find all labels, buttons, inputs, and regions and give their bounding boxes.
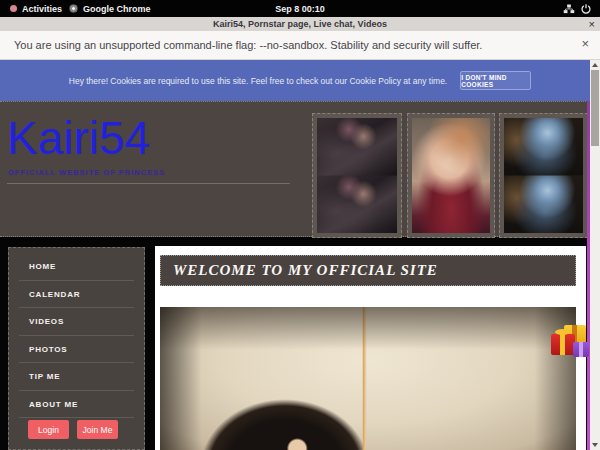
sidebar-item-label: ABOUT ME [29, 400, 78, 409]
sidebar-item-photos[interactable]: PHOTOS [19, 336, 134, 364]
gift-ribbon [579, 342, 583, 357]
sidebar-item-tip-me[interactable]: TIP ME [19, 363, 134, 391]
header-thumbnail-selfie[interactable] [407, 113, 495, 238]
cookie-banner: Hey there! Cookies are required to use t… [0, 60, 600, 101]
header-thumbnail-blue[interactable] [499, 113, 588, 238]
login-button[interactable]: Login [28, 420, 69, 439]
page-body: Kairi54 OFFICIALL WEBSITE OF PRINCESS HO… [0, 101, 590, 450]
sandbox-warning-bar: You are using an unsupported command-lin… [0, 31, 600, 60]
triangle-up [592, 63, 598, 67]
sandbox-warning-text: You are using an unsupported command-lin… [14, 39, 482, 51]
window-title: Kairi54, Pornstar page, Live chat, Video… [213, 19, 387, 29]
network-icon [563, 3, 575, 15]
warning-close-icon[interactable]: × [581, 36, 589, 51]
sidebar-item-label: CALENDAR [29, 290, 80, 299]
site-logo[interactable]: Kairi54 [7, 115, 150, 161]
system-tray[interactable] [563, 0, 592, 17]
clock-label: Sep 8 00:10 [275, 4, 325, 14]
clock[interactable]: Sep 8 00:10 [0, 0, 600, 17]
sidebar-item-label: PHOTOS [29, 345, 67, 354]
window-title-bar[interactable]: Kairi54, Pornstar page, Live chat, Video… [0, 17, 600, 31]
sidebar-item-label: HOME [29, 262, 56, 271]
cookie-accept-button[interactable]: I DON'T MIND COOKIES [460, 71, 531, 90]
header-thumbnail-bedroom[interactable] [312, 113, 402, 238]
main-content: WELCOME TO MY OFFICIAL SITE [155, 246, 586, 450]
triangle-down [592, 443, 598, 447]
gift-ribbon [560, 334, 565, 355]
desktop-top-bar: Activities Google Chrome Sep 8 00:10 [0, 0, 600, 17]
site-header: Kairi54 OFFICIALL WEBSITE OF PRINCESS [0, 101, 590, 237]
welcome-heading: WELCOME TO MY OFFICIAL SITE [160, 255, 576, 286]
bedroom-photo [317, 118, 397, 233]
power-icon [580, 3, 592, 15]
sidebar-item-home[interactable]: HOME [19, 253, 134, 281]
red-lingerie-selfie-photo [412, 118, 490, 233]
sidebar-auth-buttons: Login Join Me [28, 420, 118, 439]
sidebar-nav: HOME CALENDAR VIDEOS PHOTOS TIP ME ABOUT… [8, 247, 145, 450]
hero-photo[interactable] [160, 307, 576, 450]
scrollbar-thumb[interactable] [591, 70, 599, 146]
browser-scrollbar[interactable] [590, 60, 600, 450]
gift-icon-purple[interactable] [573, 342, 589, 357]
blue-tinted-photo [504, 118, 583, 233]
sidebar-item-label: VIDEOS [29, 317, 64, 326]
scroll-down-arrow-icon[interactable] [590, 440, 600, 450]
sidebar-item-calendar[interactable]: CALENDAR [19, 281, 134, 309]
join-me-button[interactable]: Join Me [77, 420, 118, 439]
gift-icon-red[interactable] [551, 334, 575, 355]
scroll-up-arrow-icon[interactable] [590, 60, 600, 70]
sidebar-item-label: TIP ME [29, 372, 60, 381]
window-close-icon[interactable]: × [589, 17, 595, 31]
sidebar-item-videos[interactable]: VIDEOS [19, 308, 134, 336]
sidebar-item-about-me[interactable]: ABOUT ME [19, 391, 134, 419]
site-tagline: OFFICIALL WEBSITE OF PRINCESS [8, 168, 165, 177]
cookie-message: Hey there! Cookies are required to use t… [69, 76, 447, 86]
gift-bow [555, 329, 570, 335]
header-divider [7, 183, 290, 184]
